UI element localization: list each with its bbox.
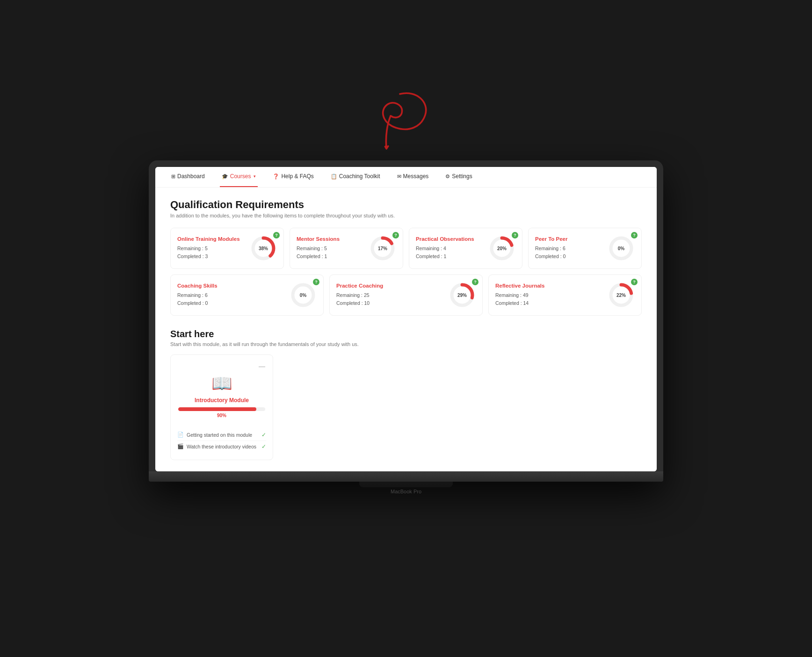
donut-label-practical-observations: 20% — [497, 245, 507, 251]
card-completed-practice-coaching: Completed : 10 — [336, 299, 449, 307]
card-info-peer-to-peer: Peer To Peer Remaining : 6 Completed : 0 — [535, 236, 608, 260]
card-info-online-training: Online Training Modules Remaining : 5 Co… — [177, 236, 250, 260]
donut-online-training: 38% — [250, 235, 277, 262]
nav-help[interactable]: ❓ Help & FAQs — [271, 167, 315, 187]
introductory-module-card[interactable]: — 📖 Introductory Module 90% 📄 Getting s — [170, 354, 273, 460]
task-icon-1: 📄 — [177, 432, 184, 438]
card-completed-online-training: Completed : 3 — [177, 253, 250, 260]
card-mentor-sessions[interactable]: ? Mentor Sessions Remaining : 5 Complete… — [290, 228, 403, 269]
card-title-practical-observations: Practical Observations — [416, 236, 488, 242]
qualification-cards-row2: ? Coaching Skills Remaining : 6 Complete… — [170, 274, 642, 316]
card-remaining-online-training: Remaining : 5 — [177, 245, 250, 253]
qualification-subtitle: In addition to the modules, you have the… — [170, 213, 642, 218]
card-info-mentor-sessions: Mentor Sessions Remaining : 5 Completed … — [297, 236, 369, 260]
module-menu-icon[interactable]: — — [259, 362, 265, 370]
card-info-practice-coaching: Practice Coaching Remaining : 25 Complet… — [336, 283, 449, 307]
macbook-base — [149, 471, 663, 482]
card-completed-peer-to-peer: Completed : 0 — [535, 253, 608, 260]
nav-toolkit[interactable]: 📋 Coaching Toolkit — [329, 167, 382, 187]
card-info-reflective-journals: Reflective Journals Remaining : 49 Compl… — [495, 283, 608, 307]
card-title-practice-coaching: Practice Coaching — [336, 283, 449, 289]
macbook-stand — [359, 482, 453, 487]
chevron-down-icon: ▾ — [254, 174, 256, 179]
task-label-1: Getting started on this module — [187, 432, 252, 438]
module-name: Introductory Module — [195, 397, 249, 404]
donut-reflective-journals: 22% — [608, 282, 635, 309]
donut-peer-to-peer: 0% — [608, 235, 635, 262]
donut-label-reflective-journals: 22% — [616, 292, 626, 297]
module-card-top: — 📖 Introductory Module 90% — [171, 355, 273, 426]
card-remaining-mentor-sessions: Remaining : 5 — [297, 245, 369, 253]
donut-label-mentor-sessions: 17% — [378, 245, 387, 251]
task-item-2[interactable]: 🎬 Watch these introductory videos ✓ — [177, 440, 266, 452]
card-online-training[interactable]: ? Online Training Modules Remaining : 5 … — [170, 228, 284, 269]
macbook-label: MacBook Pro — [149, 487, 663, 497]
card-peer-to-peer[interactable]: ? Peer To Peer Remaining : 6 Completed :… — [528, 228, 642, 269]
card-coaching-skills[interactable]: ? Coaching Skills Remaining : 6 Complete… — [170, 274, 324, 316]
card-info-practical-observations: Practical Observations Remaining : 4 Com… — [416, 236, 488, 260]
card-title-coaching-skills: Coaching Skills — [177, 283, 290, 289]
start-here-title: Start here — [170, 329, 642, 339]
module-book-icon: 📖 — [211, 374, 232, 393]
donut-mentor-sessions: 17% — [369, 235, 396, 262]
donut-label-coaching-skills: 0% — [300, 292, 306, 297]
module-progress-fill — [178, 407, 256, 411]
task-left-2: 🎬 Watch these introductory videos — [177, 443, 256, 449]
dashboard-icon: ⊞ — [171, 173, 175, 180]
card-completed-coaching-skills: Completed : 0 — [177, 299, 290, 307]
toolkit-icon: 📋 — [331, 173, 337, 180]
donut-practice-coaching: 29% — [449, 282, 476, 309]
card-title-online-training: Online Training Modules — [177, 236, 250, 242]
card-info-coaching-skills: Coaching Skills Remaining : 6 Completed … — [177, 283, 290, 307]
messages-icon: ✉ — [397, 173, 401, 180]
donut-coaching-skills: 0% — [290, 282, 317, 309]
task-check-1: ✓ — [261, 432, 266, 438]
qualification-cards-row1: ? Online Training Modules Remaining : 5 … — [170, 228, 642, 269]
card-remaining-coaching-skills: Remaining : 6 — [177, 291, 290, 299]
nav-dashboard[interactable]: ⊞ Dashboard — [169, 167, 207, 187]
card-completed-practical-observations: Completed : 1 — [416, 253, 488, 260]
module-progress-bar — [178, 407, 265, 411]
nav-courses[interactable]: 🎓 Courses ▾ — [220, 167, 258, 187]
nav-messages[interactable]: ✉ Messages — [395, 167, 431, 187]
nav-settings[interactable]: ⚙ Settings — [443, 167, 474, 187]
card-practical-observations[interactable]: ? Practical Observations Remaining : 4 C… — [409, 228, 522, 269]
donut-label-online-training: 38% — [259, 245, 268, 251]
main-content: Qualification Requirements In addition t… — [155, 188, 657, 471]
task-check-2: ✓ — [261, 443, 266, 450]
card-title-reflective-journals: Reflective Journals — [495, 283, 608, 289]
card-remaining-practical-observations: Remaining : 4 — [416, 245, 488, 253]
start-here-subtitle: Start with this module, as it will run t… — [170, 341, 642, 347]
settings-icon: ⚙ — [445, 173, 450, 180]
courses-icon: 🎓 — [222, 173, 228, 180]
donut-label-practice-coaching: 29% — [457, 292, 467, 297]
donut-practical-observations: 20% — [488, 235, 515, 262]
card-practice-coaching[interactable]: ? Practice Coaching Remaining : 25 Compl… — [329, 274, 483, 316]
task-left-1: 📄 Getting started on this module — [177, 432, 252, 438]
donut-label-peer-to-peer: 0% — [618, 245, 624, 251]
help-icon: ❓ — [273, 173, 279, 180]
card-completed-reflective-journals: Completed : 14 — [495, 299, 608, 307]
card-remaining-practice-coaching: Remaining : 25 — [336, 291, 449, 299]
task-label-2: Watch these introductory videos — [187, 444, 256, 449]
module-progress-label: 90% — [217, 413, 226, 418]
navigation: ⊞ Dashboard 🎓 Courses ▾ ❓ Help & FAQs 📋 … — [155, 167, 657, 188]
card-title-peer-to-peer: Peer To Peer — [535, 236, 608, 242]
card-remaining-peer-to-peer: Remaining : 6 — [535, 245, 608, 253]
card-title-mentor-sessions: Mentor Sessions — [297, 236, 369, 242]
task-item-1[interactable]: 📄 Getting started on this module ✓ — [177, 429, 266, 440]
module-tasks: 📄 Getting started on this module ✓ 🎬 Wat… — [171, 426, 273, 452]
task-icon-2: 🎬 — [177, 443, 184, 449]
card-reflective-journals[interactable]: ? Reflective Journals Remaining : 49 Com… — [488, 274, 642, 316]
card-remaining-reflective-journals: Remaining : 49 — [495, 291, 608, 299]
qualification-title: Qualification Requirements — [170, 199, 642, 211]
card-completed-mentor-sessions: Completed : 1 — [297, 253, 369, 260]
